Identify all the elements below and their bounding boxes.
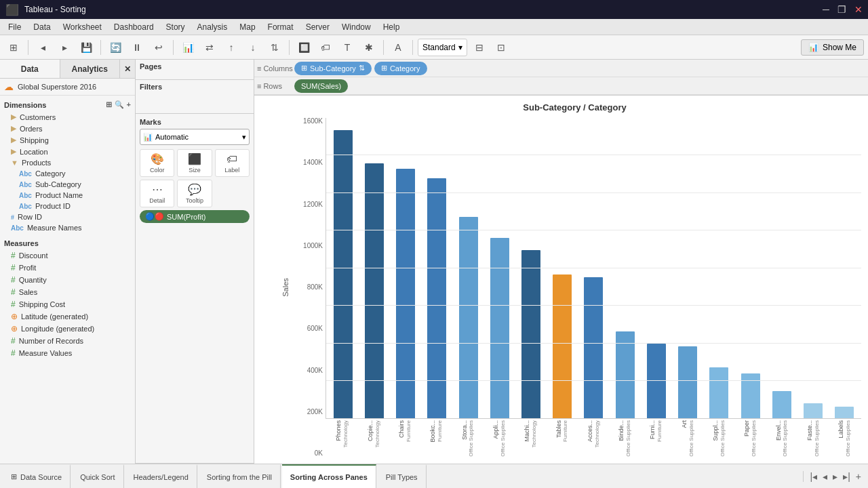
marks-color-btn[interactable]: 🎨 Color bbox=[140, 149, 174, 177]
measure-quantity[interactable]: # Quantity bbox=[0, 274, 135, 286]
dim-measurenames[interactable]: Abc Measure Names bbox=[0, 222, 135, 233]
dim-rowid[interactable]: # Row ID bbox=[0, 211, 135, 222]
nav-first[interactable]: |◂ bbox=[810, 471, 818, 482]
dim-location[interactable]: ▶ Location bbox=[0, 146, 135, 157]
toolbar-sort-asc-btn[interactable]: ↑ bbox=[222, 38, 241, 57]
dim-products[interactable]: ▼ Products bbox=[0, 157, 135, 168]
measure-shippingcost[interactable]: # Shipping Cost bbox=[0, 298, 135, 310]
bar-14[interactable] bbox=[772, 391, 791, 418]
nav-prev[interactable]: ◂ bbox=[823, 471, 827, 482]
bar-15[interactable] bbox=[804, 403, 823, 418]
dim-subcategory[interactable]: Abc Sub-Category bbox=[0, 179, 135, 190]
sumsales-pill[interactable]: SUM(Sales) bbox=[294, 79, 348, 93]
subcategory-pill[interactable]: ⊞ Sub-Category ⇅ bbox=[294, 62, 372, 75]
show-me-button[interactable]: 📊 Show Me bbox=[801, 39, 864, 56]
toolbar-label-btn[interactable]: 🏷 bbox=[316, 38, 335, 57]
sum-profit-pill[interactable]: 🔵🔴 SUM(Profit) bbox=[140, 210, 250, 223]
menu-item-file[interactable]: File bbox=[3, 21, 26, 33]
bar-4[interactable] bbox=[459, 217, 478, 418]
measure-measurevalues[interactable]: # Measure Values bbox=[0, 347, 135, 359]
tab-analytics[interactable]: Analytics bbox=[60, 60, 121, 78]
toolbar-grid-icon[interactable]: ⊞ bbox=[4, 38, 23, 57]
bar-0[interactable] bbox=[334, 130, 353, 419]
grid-view-icon[interactable]: ⊞ bbox=[106, 100, 112, 109]
toolbar-undo-btn[interactable]: ↩ bbox=[149, 38, 168, 57]
bar-16[interactable] bbox=[835, 407, 854, 419]
marks-label-btn[interactable]: 🏷 Label bbox=[215, 149, 250, 177]
restore-button[interactable]: ❐ bbox=[837, 4, 846, 15]
menu-item-worksheet[interactable]: Worksheet bbox=[58, 21, 107, 33]
minimize-button[interactable]: ─ bbox=[823, 4, 829, 15]
abc-icon: Abc bbox=[19, 181, 32, 188]
tab-pill-types[interactable]: Pill Types bbox=[378, 464, 427, 488]
dim-productname[interactable]: Abc Product Name bbox=[0, 190, 135, 201]
nav-last[interactable]: ▸| bbox=[843, 471, 850, 482]
toolbar-highlight-btn[interactable]: A bbox=[389, 38, 408, 57]
measure-longitude[interactable]: ⊕ Longitude (generated) bbox=[0, 323, 135, 335]
dim-category[interactable]: Abc Category bbox=[0, 168, 135, 179]
y-label-800k: 800K bbox=[288, 284, 323, 291]
tab-headers/legend[interactable]: Headers/Legend bbox=[125, 464, 197, 488]
nav-next[interactable]: ▸ bbox=[833, 471, 837, 482]
tab-data-source[interactable]: ⊞Data Source bbox=[3, 464, 71, 488]
dim-productid[interactable]: Abc Product ID bbox=[0, 201, 135, 211]
toolbar-back-btn[interactable]: ◂ bbox=[33, 38, 52, 57]
toolbar-fit-width-btn[interactable]: ⊟ bbox=[470, 38, 489, 57]
bar-12[interactable] bbox=[709, 367, 728, 418]
search-icon[interactable]: 🔍 bbox=[115, 100, 124, 109]
menu-item-window[interactable]: Window bbox=[336, 21, 376, 33]
bar-6[interactable] bbox=[521, 250, 540, 418]
toolbar-sort-desc-btn[interactable]: ↓ bbox=[243, 38, 262, 57]
toolbar-pause-btn[interactable]: ⏸ bbox=[127, 38, 146, 57]
bar-8[interactable] bbox=[584, 277, 603, 418]
tab-close[interactable]: ✕ bbox=[120, 60, 135, 78]
dim-customers[interactable]: ▶ Customers bbox=[0, 111, 135, 123]
toolbar-swap-btn[interactable]: ⇄ bbox=[200, 38, 219, 57]
tab-quick-sort[interactable]: Quick Sort bbox=[72, 464, 123, 488]
toolbar-save-btn[interactable]: 💾 bbox=[77, 38, 96, 57]
menu-item-server[interactable]: Server bbox=[300, 21, 335, 33]
tab-data[interactable]: Data bbox=[0, 60, 60, 78]
menu-item-data[interactable]: Data bbox=[28, 21, 56, 33]
bar-5[interactable] bbox=[490, 238, 509, 418]
datasource-name[interactable]: Global Superstore 2016 bbox=[18, 83, 96, 91]
bar-2[interactable] bbox=[396, 169, 415, 418]
measure-discount[interactable]: # Discount bbox=[0, 249, 135, 262]
toolbar-group-btn[interactable]: 🔲 bbox=[294, 38, 313, 57]
toolbar-annotate-btn[interactable]: ✱ bbox=[359, 38, 378, 57]
marks-detail-btn[interactable]: ⋯ Detail bbox=[140, 180, 174, 207]
toolbar-chart-type-btn[interactable]: 📊 bbox=[178, 38, 197, 57]
bar-7[interactable] bbox=[553, 274, 572, 419]
toolbar-forward-btn[interactable]: ▸ bbox=[55, 38, 74, 57]
toolbar-fit-height-btn[interactable]: ⊡ bbox=[492, 38, 511, 57]
toolbar-standard-dropdown[interactable]: Standard ▾ bbox=[418, 39, 467, 56]
menu-item-analysis[interactable]: Analysis bbox=[192, 21, 233, 33]
tab-sorting-from-the-pill[interactable]: Sorting from the Pill bbox=[199, 464, 281, 488]
measure-profit[interactable]: # Profit bbox=[0, 262, 135, 274]
menu-item-format[interactable]: Format bbox=[262, 21, 299, 33]
marks-tooltip-btn[interactable]: 💬 Tooltip bbox=[177, 180, 212, 207]
measure-numrecords[interactable]: # Number of Records bbox=[0, 335, 135, 347]
dim-orders[interactable]: ▶ Orders bbox=[0, 123, 135, 134]
menu-item-story[interactable]: Story bbox=[161, 21, 191, 33]
add-icon[interactable]: + bbox=[127, 100, 131, 109]
toolbar-sort-btn[interactable]: ⇅ bbox=[265, 38, 284, 57]
menu-item-dashboard[interactable]: Dashboard bbox=[108, 21, 159, 33]
close-button[interactable]: ✕ bbox=[854, 4, 863, 15]
marks-size-btn[interactable]: ⬛ Size bbox=[177, 149, 212, 177]
marks-type-dropdown[interactable]: 📊 Automatic ▾ bbox=[140, 129, 250, 145]
toolbar-new-datasource-btn[interactable]: 🔄 bbox=[106, 38, 125, 57]
menu-item-help[interactable]: Help bbox=[378, 21, 406, 33]
menu-item-map[interactable]: Map bbox=[234, 21, 260, 33]
measure-sales[interactable]: # Sales bbox=[0, 286, 135, 298]
dim-shipping[interactable]: ▶ Shipping bbox=[0, 134, 135, 146]
tab-sorting-across-panes[interactable]: Sorting Across Panes bbox=[282, 464, 376, 488]
dimensions-header-icons[interactable]: ⊞ 🔍 + bbox=[106, 100, 131, 109]
bar-11[interactable] bbox=[678, 346, 697, 418]
category-pill[interactable]: ⊞ Category bbox=[374, 62, 427, 75]
measure-latitude[interactable]: ⊕ Latitude (generated) bbox=[0, 310, 135, 323]
bar-9[interactable] bbox=[616, 331, 635, 419]
nav-new-sheet[interactable]: + bbox=[856, 471, 861, 482]
toolbar-text-btn[interactable]: T bbox=[338, 38, 357, 57]
bar-3[interactable] bbox=[427, 178, 446, 419]
